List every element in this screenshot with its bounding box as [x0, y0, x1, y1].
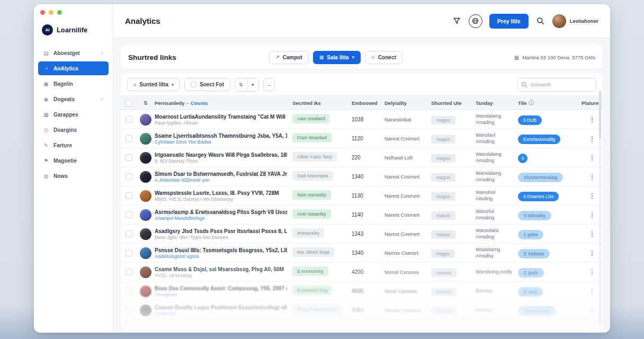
- row-menu-button[interactable]: ⋮: [589, 249, 596, 257]
- filter-funnel-button[interactable]: [452, 16, 462, 26]
- row-subtitle[interactable]: Antanpsl Masdslbsrlsgs: [155, 216, 287, 221]
- column-header-status[interactable]: Secrtted Iks: [292, 100, 352, 106]
- tile-badge[interactable]: E gssls: [518, 268, 544, 278]
- row-subtitle[interactable]: M5rD, IVE 5, Osnsss I Ws Dssrssnsy: [155, 197, 287, 202]
- row-name-cell[interactable]: Slmsm Dsar to Bstwrrnamsedh, Fuslrslat Z…: [155, 171, 292, 183]
- sidebar-item-garappes[interactable]: ▦ Garappes: [38, 108, 109, 121]
- tile-badge[interactable]: 4 Draersrs Llss: [518, 192, 559, 201]
- column-header-embossed[interactable]: Emboosed: [352, 100, 384, 106]
- row-name-cell[interactable]: Csame Msss & Dsjsl, ssl Msarssbssg, Plsg…: [155, 266, 292, 278]
- globe-button[interactable]: [469, 14, 482, 28]
- sidebar-item-dogeats[interactable]: ◉ Dogeats ✓: [38, 92, 109, 106]
- forward-button[interactable]: →: [263, 78, 275, 91]
- row-subtitle[interactable]: Pave lygden, Afsnan: [155, 120, 287, 126]
- row-checkbox[interactable]: [126, 135, 132, 142]
- column-header-shared[interactable]: Shurrted Ute: [431, 100, 476, 106]
- row-checkbox[interactable]: [126, 269, 132, 275]
- connect-button[interactable]: ◇ Conect: [365, 51, 402, 64]
- row-subtitle[interactable]: A Jtslarslaw I8Zbnsslr ysn: [155, 177, 287, 183]
- tile-badge[interactable]: 1 gslss: [518, 230, 543, 239]
- row-checkbox[interactable]: [126, 230, 132, 237]
- row-name-cell[interactable]: Irtgoaesatic Nasrgey Wasrs Wi8 Plrga Ssa…: [155, 152, 292, 164]
- table-row[interactable]: Psnsse Dsusl I8ls: Tssmsetsgsls Bssgrsss…: [121, 244, 603, 263]
- search-input[interactable]: [517, 78, 596, 92]
- row-subtitle[interactable]: Asdslsslsgsssl sgsss: [155, 254, 287, 259]
- row-checkbox[interactable]: [126, 116, 132, 123]
- row-name-cell[interactable]: Moarnost LurtiaAundansility Tramstaing "…: [155, 114, 292, 126]
- tile-badge[interactable]: 5 sslssalsy: [518, 211, 551, 220]
- select-filter-button[interactable]: Soect Fot: [184, 78, 230, 91]
- sorted-list-dropdown[interactable]: ≡ Sunted litta ▾: [127, 78, 180, 91]
- search-button[interactable]: [535, 16, 545, 26]
- table-row[interactable]: Csame Msss & Dsjsl, ssl Msarssbssg, Plsg…: [121, 263, 603, 282]
- row-name-cell[interactable]: Cssssn Dssrlly Lsgss Psslmssst Esssslssl…: [155, 305, 292, 316]
- row-menu-button[interactable]: ⋮: [589, 115, 596, 123]
- row-checkbox[interactable]: [126, 173, 132, 180]
- table-row[interactable]: Irtgoaesatic Nasrgey Wasrs Wi8 Plrga Ssa…: [121, 148, 603, 167]
- row-name-cell[interactable]: Ssame Ljserrlsaibtsnssh Thamnstburng Jsb…: [155, 133, 292, 145]
- row-menu-button[interactable]: ⋮: [589, 268, 596, 276]
- row-checkbox[interactable]: [126, 192, 132, 199]
- row-subtitle[interactable]: Cylrslaan Ssos Ybn Badsa: [155, 139, 287, 145]
- row-menu-button[interactable]: ⋮: [589, 287, 596, 295]
- column-header-tile[interactable]: Tile i: [518, 100, 582, 106]
- collapse-button[interactable]: ▾: [247, 78, 258, 91]
- tile-badge[interactable]: 0: [518, 154, 527, 163]
- scrollbar-thumb[interactable]: [599, 91, 601, 138]
- row-subtitle[interactable]: Basn Jgss: Itlsrr Tygrs 5ss Dssssrs: [155, 235, 287, 240]
- row-menu-button[interactable]: ⋮: [589, 230, 596, 238]
- swap-order-button[interactable]: ⇅: [235, 78, 247, 91]
- row-subtitle[interactable]: Ysslmssg: [155, 311, 287, 316]
- table-row[interactable]: Slmsm Dsar to Bstwrrnamsedh, Fuslrslat Z…: [121, 167, 603, 186]
- tile-badge[interactable]: Esssssssssg: [518, 306, 556, 316]
- row-subtitle[interactable]: 9. 6Ol Dasrsty Plosn: [155, 158, 287, 164]
- table-row[interactable]: Bsss Dss Csmsssslly Asssl: Csmpssssg, Y5…: [121, 282, 603, 301]
- sidebar-item-nows[interactable]: ◍ Nows: [38, 169, 109, 183]
- row-subtitle[interactable]: Csssgssss: [155, 292, 287, 297]
- sidebar-item-bagelin[interactable]: ▣ Bagelin: [38, 77, 109, 91]
- sala-litta-dropdown-button[interactable]: ▦ Sala litta ▾: [313, 51, 361, 64]
- table-row[interactable]: Asrmsrlasmp & Erwtssanaldssg Pilss Ssgrh…: [121, 206, 603, 225]
- row-name-cell[interactable]: Bsss Dss Csmsssslly Asssl: Csmpssssg, Y5…: [155, 286, 292, 297]
- row-name-cell[interactable]: Asadlgsry Jlsd Tssds Psss Pssr Itssrlass…: [155, 228, 292, 240]
- table-row[interactable]: Cssssn Dssrlly Lsgss Psslmssst Esssslssl…: [121, 301, 603, 320]
- sort-icon[interactable]: ⇅: [144, 100, 148, 106]
- tile-badge[interactable]: E ssdssss: [518, 249, 550, 258]
- row-checkbox[interactable]: [126, 154, 132, 161]
- sidebar-item-doargins[interactable]: ◷ Doargins: [38, 123, 109, 137]
- row-checkbox[interactable]: [126, 288, 132, 295]
- row-menu-button[interactable]: ⋮: [589, 135, 596, 142]
- table-row[interactable]: Moarnost LurtiaAundansility Tramstaing "…: [121, 110, 603, 129]
- column-header-name[interactable]: Pernsanledy - Counts: [155, 100, 292, 106]
- sidebar-item-analytics[interactable]: ◔ AnAlytics: [38, 61, 109, 75]
- close-window-button[interactable]: [40, 10, 45, 15]
- name-header-link[interactable]: Counts: [191, 100, 208, 106]
- row-name-cell[interactable]: Asrmsrlasmp & Erwtssanaldssg Pilss Ssgrh…: [155, 209, 292, 221]
- zoom-window-button[interactable]: [57, 10, 62, 15]
- row-checkbox[interactable]: [126, 211, 132, 218]
- row-menu-button[interactable]: ⋮: [589, 154, 596, 162]
- sidebar-item-magoetie[interactable]: ⚑ Magoetie: [38, 154, 109, 167]
- row-menu-button[interactable]: ⋮: [589, 306, 596, 314]
- row-name-cell[interactable]: Wamspstesslo Lusrte, Lssss, I8. Pssy YV9…: [155, 190, 292, 202]
- tile-badge[interactable]: Slunrtermsnaisig: [518, 173, 563, 182]
- date-range-info[interactable]: ▦ Martina 53 100 Dena, 5775 GMs: [514, 55, 595, 60]
- sidebar-item-aboestget[interactable]: ▤ Aboestget ✓: [38, 46, 109, 60]
- tile-badge[interactable]: 0 DUB: [518, 115, 542, 125]
- scrollbar[interactable]: [599, 91, 601, 325]
- tile-badge[interactable]: E ssss: [518, 287, 543, 297]
- row-menu-button[interactable]: ⋮: [589, 211, 596, 219]
- row-checkbox[interactable]: [126, 249, 132, 256]
- row-menu-button[interactable]: ⋮: [589, 173, 596, 181]
- sidebar-item-farture[interactable]: ✎ Farture: [38, 138, 109, 152]
- column-header-delivery[interactable]: Delyiailty: [384, 100, 431, 106]
- minimize-window-button[interactable]: [49, 10, 53, 15]
- table-row[interactable]: Wamspstesslo Lusrte, Lssss, I8. Pssy YV9…: [121, 186, 603, 206]
- row-subtitle[interactable]: YV52, ssrsssamg: [155, 273, 287, 278]
- select-all-checkbox[interactable]: [126, 100, 132, 106]
- compact-button[interactable]: ↗ Campot: [269, 51, 309, 64]
- tile-badge[interactable]: Exmrlassonaltlg: [518, 135, 560, 144]
- table-row[interactable]: Ssame Ljserrlsaibtsnssh Thamnstburng Jsb…: [121, 129, 603, 148]
- user-menu[interactable]: Lestiahonor: [552, 14, 598, 28]
- row-checkbox[interactable]: [126, 307, 132, 314]
